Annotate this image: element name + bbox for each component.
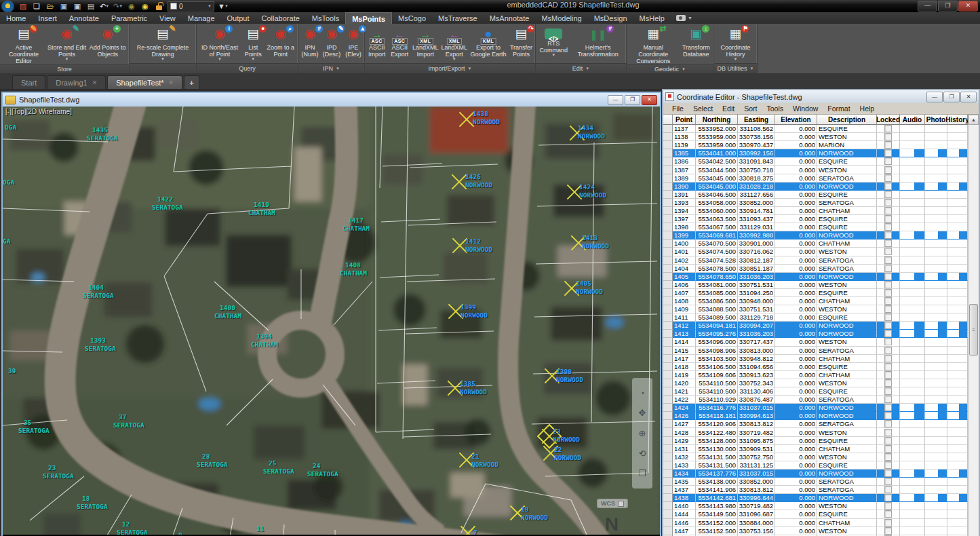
table-row-1433[interactable]: 14335534131.500331131.1250.000ESQUIRE bbox=[663, 461, 968, 470]
column-header-selector[interactable] bbox=[663, 115, 673, 124]
locked-checkbox[interactable] bbox=[884, 207, 892, 214]
table-row-1413[interactable]: 14135534095.276331036.2030.000NORWOOD bbox=[663, 330, 968, 338]
locked-checkbox[interactable] bbox=[884, 445, 892, 453]
locked-checkbox[interactable] bbox=[884, 297, 892, 305]
open-file-icon[interactable]: 🗁 bbox=[44, 1, 56, 12]
locked-checkbox[interactable] bbox=[884, 149, 892, 157]
ce-close-button[interactable]: ✕ bbox=[960, 92, 977, 102]
table-row-1419[interactable]: 14195534109.606330913.6230.000CHATHAM bbox=[663, 371, 968, 379]
table-row-1394[interactable]: 13945534060.000330914.7810.000CHATHAM bbox=[663, 207, 968, 215]
table-row-1444[interactable]: 14445534149.500331096.6870.000ESQUIRE bbox=[663, 510, 968, 518]
table-row-1447[interactable]: 14475534152.500330753.1560.000WESTON bbox=[663, 527, 968, 535]
scroll-thumb[interactable] bbox=[969, 304, 978, 356]
drawing-minimize-button[interactable]: — bbox=[608, 95, 623, 105]
table-row-1411[interactable]: 14115534089.500331129.7180.000ESQUIRE bbox=[663, 313, 968, 322]
ce-menu-format[interactable]: Format bbox=[823, 104, 855, 113]
layer-dropdown[interactable]: 0 ▼ bbox=[168, 1, 214, 12]
table-row-1432[interactable]: 14325534131.500330752.7500.000WESTON bbox=[663, 453, 968, 461]
locked-checkbox[interactable] bbox=[884, 265, 892, 272]
table-row-1397[interactable]: 13975534063.500331093.4370.000ESQUIRE bbox=[663, 215, 968, 223]
table-row-1427[interactable]: 14275534120.906330813.8120.000SERATOGA bbox=[663, 420, 968, 428]
row-selector[interactable] bbox=[663, 363, 673, 371]
table-row-1440[interactable]: 14405534143.980330719.4820.000WESTON bbox=[663, 502, 968, 510]
tab-output[interactable]: Output bbox=[221, 12, 256, 24]
row-selector[interactable] bbox=[663, 461, 673, 470]
row-selector[interactable] bbox=[663, 199, 673, 207]
row-selector[interactable] bbox=[663, 273, 673, 281]
table-row-1438[interactable]: 14385534142.681330996.6440.000NORWOOD bbox=[663, 494, 968, 502]
column-header-point[interactable]: Point bbox=[673, 115, 696, 124]
locked-checkbox[interactable] bbox=[884, 305, 892, 313]
table-row-1387[interactable]: 13875534044.500330750.7180.000WESTON bbox=[663, 166, 968, 174]
tab-mscogo[interactable]: MsCogo bbox=[392, 12, 432, 24]
row-selector[interactable] bbox=[663, 347, 673, 355]
locked-checkbox[interactable] bbox=[884, 215, 892, 223]
table-row-1435[interactable]: 14355534138.000330852.0000.000SERATOGA bbox=[663, 478, 968, 486]
table-row-1418[interactable]: 14185534106.500331094.6560.000ESQUIRE bbox=[663, 363, 968, 371]
table-row-1428[interactable]: 14285534122.480330719.4820.000WESTON bbox=[663, 428, 968, 436]
row-selector[interactable] bbox=[663, 223, 673, 231]
table-row-1437[interactable]: 14375534141.906330813.8120.000SERATOGA bbox=[663, 486, 968, 494]
doc-tab-start[interactable]: Start bbox=[12, 75, 45, 89]
table-row-1139[interactable]: 11395533959.000330970.4370.000MARION bbox=[663, 141, 968, 149]
table-scrollbar[interactable]: ▲ bbox=[968, 115, 979, 536]
tab-parametric[interactable]: Parametric bbox=[105, 12, 153, 24]
pan-icon[interactable]: ✥ bbox=[639, 408, 646, 418]
locked-checkbox[interactable] bbox=[884, 191, 892, 198]
ribbon-group-label[interactable]: Geodetic▼ bbox=[627, 64, 713, 73]
table-row-1401[interactable]: 14015534074.500330716.0620.000WESTON bbox=[663, 248, 968, 256]
table-row-1402[interactable]: 14025534074.528330812.1870.000SERATOGA bbox=[663, 256, 968, 265]
locked-checkbox[interactable] bbox=[884, 166, 892, 174]
ribbon-group-label[interactable]: DB Utilities▼ bbox=[714, 63, 757, 73]
row-selector[interactable] bbox=[663, 297, 673, 305]
coordinate-editor-titlebar[interactable]: Coordinate Editor - ShapefileTest.dwg — … bbox=[663, 90, 979, 103]
save-as-icon[interactable]: ▣ bbox=[71, 1, 83, 12]
ce-menu-edit[interactable]: Edit bbox=[718, 104, 739, 113]
row-selector[interactable] bbox=[663, 240, 673, 248]
viewport-controls-label[interactable]: [-][Top][2D Wireframe] bbox=[5, 108, 72, 115]
button-store-and-edit-points[interactable]: ✎Store and Edit Points▼ bbox=[47, 24, 87, 64]
orbit-icon[interactable]: ⟲ bbox=[639, 448, 646, 459]
ribbon-group-label[interactable]: Query bbox=[197, 63, 298, 73]
locked-checkbox[interactable] bbox=[884, 478, 892, 485]
doc-tab-drawing1[interactable]: Drawing1✕ bbox=[47, 75, 106, 89]
locked-checkbox[interactable] bbox=[884, 437, 892, 444]
row-selector[interactable] bbox=[663, 231, 673, 240]
column-header-locked[interactable]: Locked bbox=[877, 115, 900, 124]
row-selector[interactable] bbox=[663, 338, 673, 346]
row-selector[interactable] bbox=[663, 412, 673, 420]
doc-tab-[interactable]: + bbox=[184, 75, 199, 89]
locked-checkbox[interactable] bbox=[884, 183, 892, 190]
button-transfer-points[interactable]: ↷Transfer Points bbox=[508, 24, 534, 63]
locked-checkbox[interactable] bbox=[884, 429, 892, 436]
button-transform-database[interactable]: ↓Transform Database bbox=[680, 24, 713, 64]
tab-msdesign[interactable]: MsDesign bbox=[588, 12, 633, 24]
table-row-1429[interactable]: 14295534128.000331095.8750.000ESQUIRE bbox=[663, 437, 968, 445]
ce-minimize-button[interactable]: — bbox=[926, 92, 943, 102]
row-selector[interactable] bbox=[663, 527, 673, 535]
table-row-1415[interactable]: 14155534098.906330813.0000.000SERATOGA bbox=[663, 347, 968, 355]
locked-checkbox[interactable] bbox=[884, 240, 892, 247]
button-add-points-to-objects[interactable]: +Add Points to Objects bbox=[87, 24, 128, 64]
column-header-history[interactable]: History bbox=[947, 115, 968, 124]
row-selector[interactable] bbox=[663, 486, 673, 494]
button-landxml-import[interactable]: XMLLandXML Import bbox=[411, 24, 439, 63]
column-header-northing[interactable]: Northing bbox=[696, 115, 738, 124]
row-selector[interactable] bbox=[663, 313, 673, 322]
button-ipn-num-[interactable]: #IPN (Num) bbox=[299, 24, 321, 63]
locked-checkbox[interactable] bbox=[884, 527, 892, 535]
undo-icon[interactable]: ↶▼ bbox=[98, 1, 111, 12]
ribbon-group-label[interactable]: Store bbox=[0, 64, 129, 73]
tab-mstools[interactable]: MsTools bbox=[306, 12, 345, 24]
locked-checkbox[interactable] bbox=[884, 461, 892, 469]
button-manual-coordinate-conversions[interactable]: ⇄Manual Coordinate Conversions bbox=[627, 24, 680, 64]
locked-checkbox[interactable] bbox=[884, 133, 892, 140]
button-ipe-elev-[interactable]: ▲IPE (Elev) bbox=[342, 24, 364, 63]
navigation-bar[interactable]: ◔ ✥ ⊕ ⟲ ❒ bbox=[632, 378, 652, 489]
row-selector[interactable] bbox=[663, 494, 673, 502]
row-selector[interactable] bbox=[663, 183, 673, 191]
button-export-to-google-earth[interactable]: KMLExport to Google Earth bbox=[469, 24, 508, 63]
ribbon-group-label[interactable]: Import/Export▼ bbox=[365, 63, 535, 73]
lightbulb-dim-icon[interactable]: ◉ bbox=[125, 1, 138, 12]
table-row-1434[interactable]: 14345534137.776331037.0150.000NORWOOD bbox=[663, 470, 968, 478]
